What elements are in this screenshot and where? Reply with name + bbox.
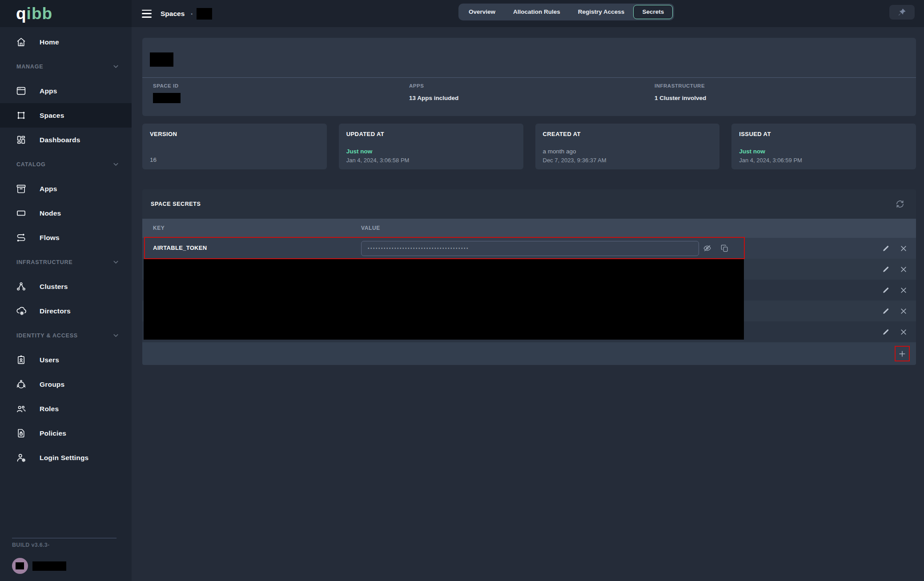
issued-at-timestamp: Jan 4, 2024, 3:06:59 PM <box>739 157 802 164</box>
secret-value-input[interactable]: •••••••••••••••••••••••••••••••••••••• <box>361 241 699 256</box>
redacted-user-name <box>32 561 66 571</box>
user-account-row[interactable] <box>12 558 132 574</box>
sidebar-item-apps-catalog[interactable]: Apps <box>0 176 132 201</box>
home-icon <box>15 36 27 48</box>
sidebar-item-spaces[interactable]: Spaces <box>0 103 132 128</box>
edit-secret-button[interactable] <box>880 263 892 276</box>
sidebar-item-label: Spaces <box>40 112 64 120</box>
close-icon <box>900 328 908 336</box>
sidebar-item-label: Groups <box>40 381 64 389</box>
sidebar-section-manage[interactable]: MANAGE <box>0 54 132 79</box>
redacted-space-title <box>150 52 173 67</box>
hamburger-menu-icon[interactable] <box>142 10 152 18</box>
sidebar-item-users[interactable]: Users <box>0 348 132 372</box>
sidebar-item-groups[interactable]: Groups <box>0 372 132 397</box>
sidebar-item-apps-manage[interactable]: Apps <box>0 79 132 103</box>
qibb-logo[interactable]: qibb <box>16 5 52 22</box>
redacted-space-id <box>153 93 181 103</box>
close-icon <box>900 244 908 252</box>
delete-secret-button[interactable] <box>897 305 910 317</box>
edit-secret-button[interactable] <box>880 242 892 255</box>
overview-divider <box>142 77 916 78</box>
tab-overview[interactable]: Overview <box>460 5 504 19</box>
pushpin-icon <box>897 8 907 17</box>
logo-band: qibb <box>0 0 132 27</box>
flows-icon <box>15 232 27 244</box>
tab-allocation-rules[interactable]: Allocation Rules <box>504 5 569 19</box>
sidebar-item-login-settings[interactable]: Login Settings <box>0 445 132 470</box>
edit-secret-button[interactable] <box>880 305 892 317</box>
sidebar-section-infrastructure[interactable]: INFRASTRUCTURE <box>0 250 132 274</box>
tab-secrets[interactable]: Secrets <box>633 5 673 19</box>
sidebar-item-label: Apps <box>40 185 57 193</box>
sidebar-item-policies[interactable]: Policies <box>0 421 132 445</box>
sidebar-item-label: Roles <box>40 405 59 413</box>
nodes-icon <box>15 208 27 219</box>
sidebar: qibb Home MANAGE Apps <box>0 0 132 581</box>
pencil-icon <box>882 307 890 315</box>
refresh-button[interactable] <box>894 198 906 210</box>
toggle-visibility-button[interactable] <box>701 242 713 254</box>
updated-at-card: UPDATED AT Just now Jan 4, 2024, 3:06:58… <box>339 124 523 169</box>
key-column-header: KEY <box>153 225 165 231</box>
sidebar-section-identity-access[interactable]: IDENTITY & ACCESS <box>0 323 132 348</box>
eye-off-icon <box>703 244 711 252</box>
delete-secret-button[interactable] <box>897 326 910 338</box>
infrastructure-label: INFRASTRUCTURE <box>655 83 706 88</box>
dashboards-icon <box>15 134 27 146</box>
main-content: SPACE ID APPS 13 Apps included INFRASTRU… <box>132 27 924 581</box>
secrets-title: SPACE SECRETS <box>151 201 201 207</box>
page-title: Spaces <box>161 10 185 18</box>
version-label: VERSION <box>150 131 177 137</box>
avatar[interactable] <box>12 558 28 574</box>
issued-at-label: ISSUED AT <box>739 131 771 137</box>
delete-secret-button[interactable] <box>897 242 910 255</box>
edit-secret-button[interactable] <box>880 284 892 297</box>
sidebar-nav: Home MANAGE Apps Spaces <box>0 27 132 470</box>
sidebar-item-label: Dashboards <box>40 136 80 144</box>
refresh-icon <box>896 200 904 208</box>
sidebar-item-label: Clusters <box>40 283 68 291</box>
sidebar-item-label: Login Settings <box>40 454 88 462</box>
space-overview-card: SPACE ID APPS 13 Apps included INFRASTRU… <box>142 38 916 116</box>
sidebar-section-catalog[interactable]: CATALOG <box>0 152 132 176</box>
issued-at-card: ISSUED AT Just now Jan 4, 2024, 3:06:59 … <box>731 124 916 169</box>
pencil-icon <box>882 328 890 336</box>
add-secret-button[interactable] <box>896 348 908 360</box>
spaces-frame-icon <box>15 110 27 121</box>
sidebar-item-flows[interactable]: Flows <box>0 225 132 250</box>
created-at-card: CREATED AT a month ago Dec 7, 2023, 9:36… <box>535 124 720 169</box>
topbar: Spaces • Overview Allocation Rules Regis… <box>132 0 924 27</box>
sidebar-item-directors[interactable]: Directors <box>0 299 132 323</box>
sidebar-item-label: Policies <box>40 429 66 437</box>
sidebar-item-roles[interactable]: Roles <box>0 397 132 421</box>
sidebar-item-nodes[interactable]: Nodes <box>0 201 132 225</box>
pin-button[interactable] <box>889 5 915 20</box>
space-id-label: SPACE ID <box>153 83 181 88</box>
infrastructure-value: 1 Cluster involved <box>655 95 706 101</box>
edit-secret-button[interactable] <box>880 326 892 338</box>
updated-at-relative: Just now <box>346 148 373 155</box>
tab-registry-access[interactable]: Registry Access <box>569 5 634 19</box>
chevron-down-icon <box>112 161 119 168</box>
chevron-down-icon <box>112 63 119 70</box>
delete-secret-button[interactable] <box>897 263 910 276</box>
user-gear-icon <box>15 452 27 464</box>
redacted-avatar-initials <box>16 562 24 569</box>
created-at-label: CREATED AT <box>543 131 581 137</box>
copy-value-button[interactable] <box>718 242 731 254</box>
infrastructure-column: INFRASTRUCTURE 1 Cluster involved <box>655 83 706 101</box>
sidebar-item-home[interactable]: Home <box>0 30 132 54</box>
close-icon <box>900 307 908 315</box>
chevron-down-icon <box>112 259 119 265</box>
updated-at-timestamp: Jan 4, 2024, 3:06:58 PM <box>346 157 410 164</box>
tab-bar: Overview Allocation Rules Registry Acces… <box>458 4 674 20</box>
sidebar-item-label: Nodes <box>40 209 61 217</box>
delete-secret-button[interactable] <box>897 284 910 297</box>
id-badge-icon <box>15 354 27 366</box>
sidebar-footer: BUILD v3.6.3- <box>0 538 132 581</box>
space-secrets-panel: SPACE SECRETS KEY VALUE AIRTABLE_TOKEN •… <box>142 189 916 365</box>
close-icon <box>900 286 908 294</box>
sidebar-item-clusters[interactable]: Clusters <box>0 274 132 299</box>
sidebar-item-dashboards[interactable]: Dashboards <box>0 128 132 152</box>
